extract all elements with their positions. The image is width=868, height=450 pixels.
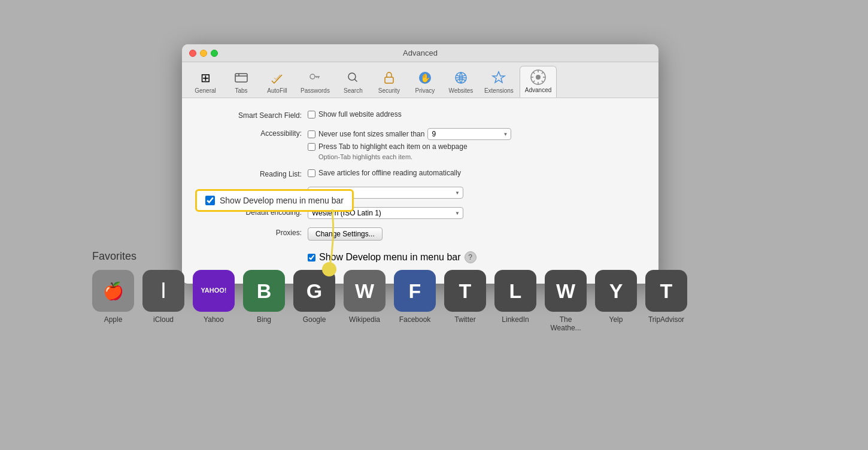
window-title: Advanced	[403, 48, 438, 57]
passwords-icon	[306, 69, 323, 86]
fav-linkedin-label: LinkedIn	[502, 315, 529, 324]
fav-bing[interactable]: B Bing	[243, 270, 285, 332]
fav-weather[interactable]: W The Weathe...	[545, 270, 587, 332]
fav-apple-icon: 🍎	[92, 270, 134, 312]
tab-security[interactable]: Security	[372, 67, 406, 98]
accessibility-control: Never use font sizes smaller than 9 Pres…	[308, 128, 511, 160]
title-bar: Advanced	[182, 44, 658, 62]
fav-google-label: Google	[303, 315, 326, 324]
autofill-icon	[269, 69, 286, 86]
smart-search-control: Show full website address	[308, 110, 402, 118]
traffic-lights	[189, 50, 218, 57]
advanced-icon	[530, 69, 547, 86]
fav-yelp-label: Yelp	[609, 315, 623, 324]
reading-list-control: Save articles for offline reading automa…	[308, 169, 461, 177]
fav-wikipedia-label: Wikipedia	[349, 315, 380, 324]
accessibility-hint: Option-Tab highlights each item.	[318, 153, 511, 160]
fav-bing-label: Bing	[257, 315, 271, 324]
fav-twitter-icon: T	[444, 270, 486, 312]
tab-websites[interactable]: Websites	[444, 67, 478, 98]
fav-tripadvisor[interactable]: T TripAdvisor	[645, 270, 687, 332]
minimize-button[interactable]	[200, 50, 207, 57]
tab-general[interactable]: ⊞ General	[188, 67, 223, 98]
tab-autofill[interactable]: AutoFill	[260, 67, 295, 98]
proxies-control: Change Settings...	[308, 227, 383, 241]
fav-yelp-icon: Y	[595, 270, 637, 312]
fav-facebook-label: Facebook	[399, 315, 431, 324]
desktop: Advanced ⊞ General Tabs	[0, 0, 868, 450]
fav-apple-label: Apple	[104, 315, 123, 324]
fav-google-icon: G	[293, 270, 335, 312]
general-icon: ⊞	[197, 69, 214, 86]
tab-privacy[interactable]: ✋ Privacy	[408, 67, 442, 98]
extensions-label: Extensions	[484, 87, 514, 94]
svg-point-1	[310, 74, 315, 79]
fav-tripadvisor-label: TripAdvisor	[648, 315, 684, 324]
smart-search-option[interactable]: Show full website address	[308, 110, 402, 118]
fav-weather-icon: W	[545, 270, 587, 312]
svg-point-2	[348, 73, 356, 80]
tab-search[interactable]: Search	[336, 67, 371, 98]
fav-yahoo-label: Yahoo	[204, 315, 224, 324]
fav-linkedin[interactable]: L LinkedIn	[494, 270, 536, 332]
fav-facebook-icon: F	[394, 270, 436, 312]
fav-facebook[interactable]: F Facebook	[394, 270, 436, 332]
tab-passwords[interactable]: Passwords	[296, 67, 335, 98]
svg-point-8	[536, 75, 541, 80]
fav-twitter-label: Twitter	[454, 315, 475, 324]
fav-yelp[interactable]: Y Yelp	[595, 270, 637, 332]
accessibility-row: Accessibility: Never use font sizes smal…	[200, 128, 641, 160]
fav-wikipedia[interactable]: W Wikipedia	[344, 270, 386, 332]
close-button[interactable]	[189, 50, 196, 57]
smart-search-label: Smart Search Field:	[200, 110, 308, 120]
accessibility-tab-checkbox[interactable]	[308, 143, 315, 151]
font-size-select[interactable]: 9	[427, 128, 511, 140]
accessibility-option2[interactable]: Press Tab to highlight each item on a we…	[308, 142, 511, 151]
fav-yahoo-icon: YAHOO!	[193, 270, 235, 312]
svg-rect-0	[235, 74, 247, 82]
fav-icloud[interactable]: I iCloud	[142, 270, 184, 332]
general-label: General	[195, 87, 216, 94]
highlighted-label: Show Develop menu in menu bar	[220, 196, 344, 205]
fav-twitter[interactable]: T Twitter	[444, 270, 486, 332]
autofill-label: AutoFill	[267, 87, 287, 94]
fav-linkedin-icon: L	[494, 270, 536, 312]
tab-extensions[interactable]: Extensions	[479, 67, 518, 98]
fav-apple[interactable]: 🍎 Apple	[92, 270, 134, 332]
fav-google[interactable]: G Google	[293, 270, 335, 332]
toolbar: ⊞ General Tabs	[182, 62, 658, 98]
accessibility-fontsize-checkbox[interactable]	[308, 130, 315, 138]
proxies-label: Proxies:	[200, 227, 308, 237]
reading-list-label: Reading List:	[200, 169, 308, 178]
accessibility-option1[interactable]: Never use font sizes smaller than 9	[308, 128, 511, 140]
fav-icloud-icon: I	[142, 270, 184, 312]
favorites-section: Favorites 🍎 Apple I iCloud	[92, 250, 661, 332]
fav-weather-label: The Weathe...	[545, 315, 587, 332]
search-icon	[345, 69, 362, 86]
tabs-label: Tabs	[235, 87, 247, 94]
favorites-title: Favorites	[92, 250, 661, 263]
websites-label: Websites	[448, 87, 473, 94]
maximize-button[interactable]	[211, 50, 218, 57]
reading-list-checkbox[interactable]	[308, 169, 315, 177]
accessibility-label: Accessibility:	[200, 128, 308, 138]
fav-wikipedia-icon: W	[344, 270, 386, 312]
smart-search-checkbox[interactable]	[308, 111, 315, 118]
highlight-box: Show Develop menu in menu bar	[195, 189, 354, 212]
highlighted-checkbox[interactable]	[205, 196, 215, 205]
tab-advanced[interactable]: Advanced	[520, 66, 557, 98]
tabs-icon	[233, 69, 250, 86]
search-label: Search	[344, 87, 363, 94]
font-size-select-wrapper: 9	[427, 128, 511, 140]
change-settings-button[interactable]: Change Settings...	[308, 227, 383, 241]
fav-icloud-label: iCloud	[153, 315, 174, 324]
style-sheet-label	[200, 187, 308, 188]
privacy-label: Privacy	[415, 87, 435, 94]
tab-tabs[interactable]: Tabs	[224, 67, 259, 98]
websites-icon	[453, 69, 469, 86]
safari-window: Advanced ⊞ General Tabs	[182, 44, 658, 284]
fav-yahoo[interactable]: YAHOO! Yahoo	[193, 270, 235, 332]
reading-list-row: Reading List: Save articles for offline …	[200, 169, 641, 178]
reading-list-option[interactable]: Save articles for offline reading automa…	[308, 169, 461, 177]
fav-tripadvisor-icon: T	[645, 270, 687, 312]
